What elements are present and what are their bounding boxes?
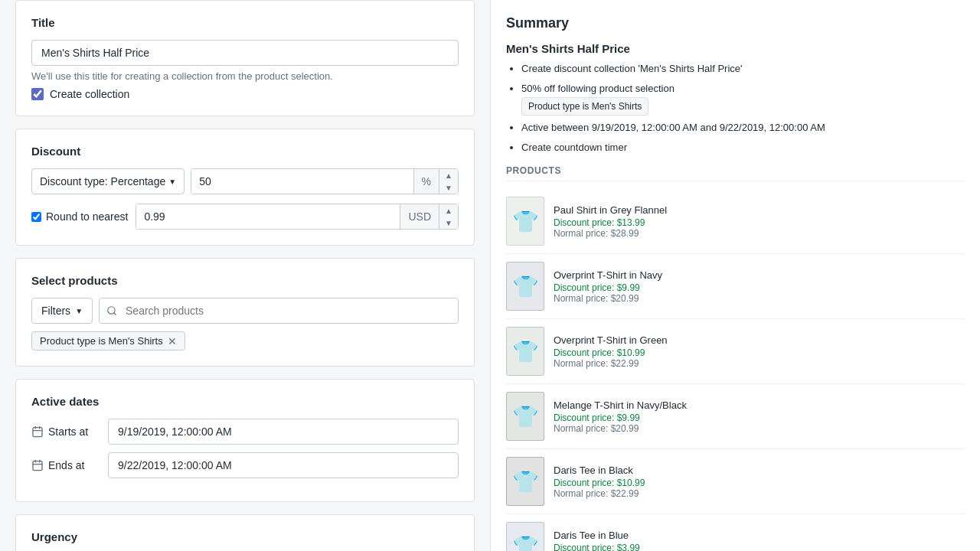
product-info: Daris Tee in Blue Discount price: $3.99 … <box>554 530 965 552</box>
product-item: 👕 Overprint T-Shirt in Navy Discount pri… <box>506 254 965 319</box>
search-icon <box>106 305 117 316</box>
discount-value-wrap: % ▲ ▼ <box>191 168 459 194</box>
filters-button[interactable]: Filters ▼ <box>31 298 93 324</box>
ends-at-label-wrap: Ends at <box>31 459 108 471</box>
search-products-input[interactable] <box>99 298 459 324</box>
product-discount-price: Discount price: $9.99 <box>554 282 965 293</box>
summary-item-3: Active between 9/19/2019, 12:00:00 AM an… <box>521 120 965 135</box>
product-discount-price: Discount price: $10.99 <box>554 347 965 358</box>
product-normal-price: Normal price: $22.99 <box>554 488 965 499</box>
svg-line-1 <box>114 313 116 315</box>
round-nearest-label: Round to nearest <box>46 210 128 223</box>
ends-at-row: Ends at <box>31 452 459 478</box>
filters-label: Filters <box>41 305 70 317</box>
product-discount-price: Discount price: $3.99 <box>554 543 965 552</box>
product-item: 👕 Daris Tee in Black Discount price: $10… <box>506 449 965 514</box>
round-nearest-checkbox[interactable] <box>31 212 41 222</box>
calendar-icon <box>31 425 44 438</box>
summary-item-1: Create discount collection 'Men's Shirts… <box>521 61 965 77</box>
round-increment-btn[interactable]: ▲ <box>439 204 458 217</box>
product-image: 👕 <box>506 392 544 441</box>
deal-name: Men's Shirts Half Price <box>506 42 965 55</box>
left-panel: Title We'll use this title for creating … <box>0 0 490 551</box>
discount-card: Discount Discount type: Percentage ▼ % ▲… <box>15 129 475 246</box>
urgency-card: Urgency Add countdown timer to product p… <box>15 514 475 551</box>
active-dates-header: Active dates <box>31 395 459 408</box>
product-discount-price: Discount price: $9.99 <box>554 412 965 423</box>
product-info: Melange T-Shirt in Navy/Black Discount p… <box>554 399 965 434</box>
product-item: 👕 Paul Shirt in Grey Flannel Discount pr… <box>506 189 965 254</box>
round-decrement-btn[interactable]: ▼ <box>439 217 458 229</box>
discount-type-label: Discount type: Percentage <box>40 175 165 187</box>
product-figure: 👕 <box>512 469 539 494</box>
svg-rect-2 <box>33 428 42 437</box>
filter-search-row: Filters ▼ <box>31 298 459 324</box>
product-figure: 👕 <box>512 404 539 429</box>
svg-rect-6 <box>33 461 42 471</box>
product-name: Paul Shirt in Grey Flannel <box>554 204 965 216</box>
starts-at-label: Starts at <box>48 425 88 438</box>
product-discount-price: Discount price: $10.99 <box>554 478 965 488</box>
product-name: Daris Tee in Blue <box>554 530 965 541</box>
product-discount-price: Discount price: $13.99 <box>554 217 965 228</box>
product-figure: 👕 <box>512 209 539 234</box>
create-collection-checkbox[interactable] <box>31 88 44 100</box>
product-figure: 👕 <box>512 534 539 552</box>
product-normal-price: Normal price: $28.99 <box>554 228 965 239</box>
product-info: Paul Shirt in Grey Flannel Discount pric… <box>554 204 965 239</box>
round-to-nearest-row: Round to nearest USD ▲ ▼ <box>31 204 459 230</box>
active-filter-tag: Product type is Men's Shirts ✕ <box>31 331 185 350</box>
product-image: 👕 <box>506 457 544 506</box>
product-type-tag: Product type is Men's Shirts <box>521 97 648 116</box>
product-image: 👕 <box>506 262 544 311</box>
urgency-header: Urgency <box>31 530 459 543</box>
select-products-header: Select products <box>31 274 459 287</box>
summary-item-2: 50% off following product selection Prod… <box>521 81 965 116</box>
round-label-wrap: Round to nearest <box>31 210 128 223</box>
product-normal-price: Normal price: $22.99 <box>554 358 965 369</box>
starts-at-label-wrap: Starts at <box>31 425 108 438</box>
create-collection-row: Create collection <box>31 88 459 100</box>
summary-title: Summary <box>506 15 965 31</box>
product-figure: 👕 <box>512 339 539 364</box>
product-image: 👕 <box>506 327 544 376</box>
discount-spinner: ▲ ▼ <box>439 169 458 194</box>
summary-list: Create discount collection 'Men's Shirts… <box>506 61 965 155</box>
create-collection-label: Create collection <box>50 88 129 100</box>
filter-tag-text: Product type is Men's Shirts <box>40 335 163 347</box>
product-name: Overprint T-Shirt in Navy <box>554 269 965 281</box>
product-item: 👕 Melange T-Shirt in Navy/Black Discount… <box>506 384 965 449</box>
search-wrap <box>99 298 459 324</box>
summary-item-4: Create countdown timer <box>521 140 965 155</box>
chevron-down-icon: ▼ <box>75 307 83 315</box>
title-helper-text: We'll use this title for creating a coll… <box>31 70 459 82</box>
ends-at-input[interactable] <box>108 452 459 478</box>
products-section-title: PRODUCTS <box>506 165 965 181</box>
product-normal-price: Normal price: $20.99 <box>554 423 965 434</box>
discount-type-select[interactable]: Discount type: Percentage ▼ <box>31 168 185 194</box>
discount-amount-input[interactable] <box>191 169 413 194</box>
round-value-input[interactable] <box>136 204 400 229</box>
discount-decrement-btn[interactable]: ▼ <box>439 181 458 194</box>
product-info: Overprint T-Shirt in Green Discount pric… <box>554 334 965 369</box>
right-panel: Summary Men's Shirts Half Price Create d… <box>490 0 980 551</box>
chevron-down-icon: ▼ <box>168 178 176 186</box>
starts-at-input[interactable] <box>108 419 459 445</box>
product-item: 👕 Daris Tee in Blue Discount price: $3.9… <box>506 514 965 551</box>
product-info: Daris Tee in Black Discount price: $10.9… <box>554 465 965 499</box>
round-input-wrap: USD ▲ ▼ <box>136 204 459 230</box>
product-normal-price: Normal price: $20.99 <box>554 293 965 304</box>
title-card: Title We'll use this title for creating … <box>15 0 475 116</box>
round-suffix: USD <box>400 204 439 229</box>
calendar-icon <box>31 459 44 471</box>
ends-at-label: Ends at <box>48 459 84 471</box>
product-name: Daris Tee in Black <box>554 465 965 476</box>
title-card-header: Title <box>31 16 459 29</box>
discount-increment-btn[interactable]: ▲ <box>439 169 458 181</box>
product-image: 👕 <box>506 522 544 551</box>
product-info: Overprint T-Shirt in Navy Discount price… <box>554 269 965 304</box>
title-input[interactable] <box>31 40 459 66</box>
discount-suffix: % <box>413 169 439 194</box>
product-item: 👕 Overprint T-Shirt in Green Discount pr… <box>506 319 965 384</box>
filter-tag-remove-btn[interactable]: ✕ <box>168 336 177 347</box>
